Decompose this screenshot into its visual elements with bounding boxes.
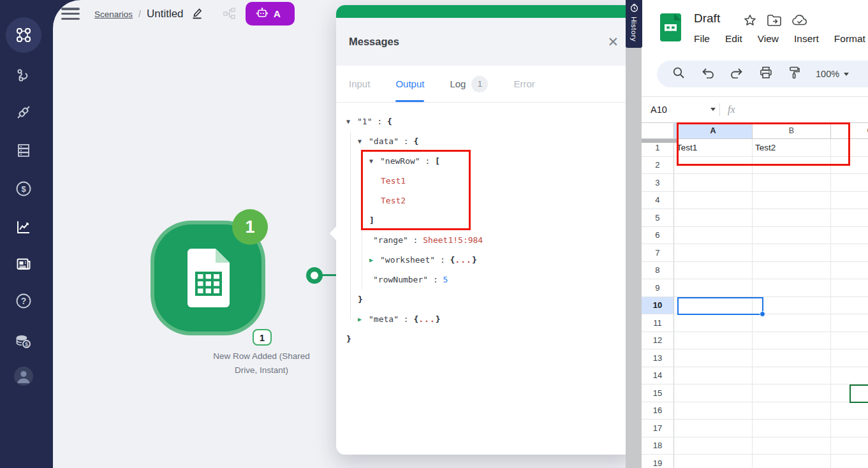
grid-cell-c16[interactable] — [831, 402, 868, 420]
grid-cell-b11[interactable] — [753, 314, 831, 332]
row-header-14[interactable]: 14 — [642, 367, 674, 385]
expand-arrow-icon[interactable]: ▼ — [369, 157, 380, 165]
grid-cell-c6[interactable] — [831, 227, 868, 245]
ai-assistant-button[interactable]: A — [246, 2, 295, 26]
menu-file[interactable]: File — [694, 33, 710, 45]
grid-cell-a16[interactable] — [674, 402, 753, 420]
tab-input[interactable]: Input — [349, 66, 370, 102]
row-header-13[interactable]: 13 — [642, 349, 674, 367]
column-header-b[interactable]: B — [753, 122, 831, 139]
grid-cell-a9[interactable] — [674, 279, 753, 297]
grid-cell-c8[interactable] — [831, 262, 868, 280]
grid-cell-a6[interactable] — [674, 227, 753, 245]
expand-arrow-icon[interactable]: ▼ — [358, 138, 369, 145]
sidebar-item-datastores[interactable]: $ — [6, 324, 41, 360]
menu-view[interactable]: View — [758, 33, 779, 45]
column-header-a[interactable]: A — [674, 122, 753, 139]
grid-cell-a19[interactable] — [674, 455, 753, 468]
scenario-title[interactable]: Untitled — [147, 8, 184, 20]
zoom-control[interactable]: 100% — [816, 69, 849, 79]
grid-cell-b19[interactable] — [753, 455, 831, 468]
cell-name-box[interactable]: A10 — [642, 105, 716, 115]
panel-divider[interactable] — [626, 0, 642, 468]
grid-cell-b12[interactable] — [753, 332, 831, 350]
grid-cell-c11[interactable] — [831, 314, 868, 332]
grid-cell-b7[interactable] — [753, 244, 831, 262]
grid-cell-b16[interactable] — [753, 402, 831, 420]
tab-log[interactable]: Log1 — [450, 66, 488, 102]
grid-cell-b1[interactable]: Test2 — [753, 139, 831, 157]
row-header-11[interactable]: 11 — [642, 314, 674, 332]
row-header-17[interactable]: 17 — [642, 420, 674, 437]
row-header-15[interactable]: 15 — [642, 384, 674, 402]
fx-icon[interactable]: fx — [728, 104, 735, 115]
grid-cell-a14[interactable] — [674, 367, 753, 385]
grid-cell-c18[interactable] — [831, 437, 868, 455]
row-header-16[interactable]: 16 — [642, 402, 674, 420]
module-output-port[interactable] — [306, 267, 323, 284]
breadcrumb-scenarios-link[interactable]: Scenarios — [94, 10, 133, 19]
sidebar-item-news[interactable] — [6, 246, 41, 282]
row-header-9[interactable]: 9 — [642, 279, 674, 297]
grid-corner-box[interactable] — [642, 122, 674, 139]
flow-control-icon[interactable] — [223, 6, 237, 23]
grid-cell-a12[interactable] — [674, 332, 753, 350]
menu-insert[interactable]: Insert — [794, 33, 819, 45]
grid-cell-a8[interactable] — [674, 262, 753, 280]
grid-cell-c7[interactable] — [831, 244, 868, 262]
grid-cell-b3[interactable] — [753, 174, 831, 192]
row-header-7[interactable]: 7 — [642, 244, 674, 262]
grid-cell-b15[interactable] — [753, 384, 831, 402]
grid-cell-a1[interactable]: Test1 — [674, 139, 753, 157]
grid-cell-c2[interactable] — [831, 157, 868, 175]
sidebar-item-subscription[interactable]: $ — [6, 171, 41, 207]
grid-cell-a11[interactable] — [674, 314, 753, 332]
grid-cell-c9[interactable] — [831, 279, 868, 297]
sidebar-item-scenarios[interactable] — [6, 17, 41, 53]
menu-edit[interactable]: Edit — [725, 33, 742, 45]
sidebar-item-templates[interactable] — [6, 57, 41, 93]
grid-cell-c15[interactable] — [831, 384, 868, 402]
column-header-c[interactable]: C — [831, 122, 868, 139]
grid-cell-b17[interactable] — [753, 420, 831, 437]
grid-cell-b6[interactable] — [753, 227, 831, 245]
sidebar-item-analytics[interactable] — [6, 209, 41, 245]
grid-cell-b18[interactable] — [753, 437, 831, 455]
menu-format[interactable]: Format — [834, 33, 865, 45]
scenario-canvas[interactable]: Scenarios / Untitled A — [53, 0, 626, 468]
grid-cell-b9[interactable] — [753, 279, 831, 297]
row-header-18[interactable]: 18 — [642, 437, 674, 455]
row-header-19[interactable]: 19 — [642, 455, 674, 468]
redo-icon[interactable] — [730, 67, 744, 81]
grid-cell-a15[interactable] — [674, 384, 753, 402]
grid-cell-b14[interactable] — [753, 367, 831, 385]
grid-cell-a10[interactable] — [674, 297, 753, 315]
move-folder-icon[interactable] — [767, 15, 781, 29]
paint-format-icon[interactable] — [788, 66, 800, 82]
row-header-4[interactable]: 4 — [642, 192, 674, 210]
google-sheets-logo[interactable] — [660, 13, 681, 44]
grid-cell-c5[interactable] — [831, 209, 868, 227]
grid-cell-b10[interactable] — [753, 297, 831, 315]
grid-cell-c12[interactable] — [831, 332, 868, 350]
expand-arrow-icon[interactable]: ▶ — [369, 256, 380, 263]
grid-cell-b2[interactable] — [753, 157, 831, 175]
row-header-12[interactable]: 12 — [642, 332, 674, 350]
rename-pencil-icon[interactable] — [191, 6, 203, 22]
row-header-5[interactable]: 5 — [642, 209, 674, 227]
expand-arrow-icon[interactable]: ▼ — [346, 118, 357, 125]
grid-cell-a13[interactable] — [674, 349, 753, 367]
undo-icon[interactable] — [701, 67, 714, 81]
sidebar-item-connections[interactable] — [6, 94, 41, 130]
history-tab[interactable]: History — [626, 0, 642, 48]
sidebar-item-profile[interactable] — [6, 358, 41, 394]
tab-output[interactable]: Output — [395, 66, 424, 102]
row-header-10[interactable]: 10 — [642, 297, 674, 315]
grid-cell-c17[interactable] — [831, 420, 868, 437]
close-icon[interactable]: ✕ — [607, 35, 619, 48]
grid-cell-a7[interactable] — [674, 244, 753, 262]
row-header-2[interactable]: 2 — [642, 157, 674, 175]
sidebar-item-webhooks[interactable] — [6, 133, 41, 168]
tab-error[interactable]: Error — [513, 66, 534, 102]
search-icon[interactable] — [672, 66, 685, 82]
